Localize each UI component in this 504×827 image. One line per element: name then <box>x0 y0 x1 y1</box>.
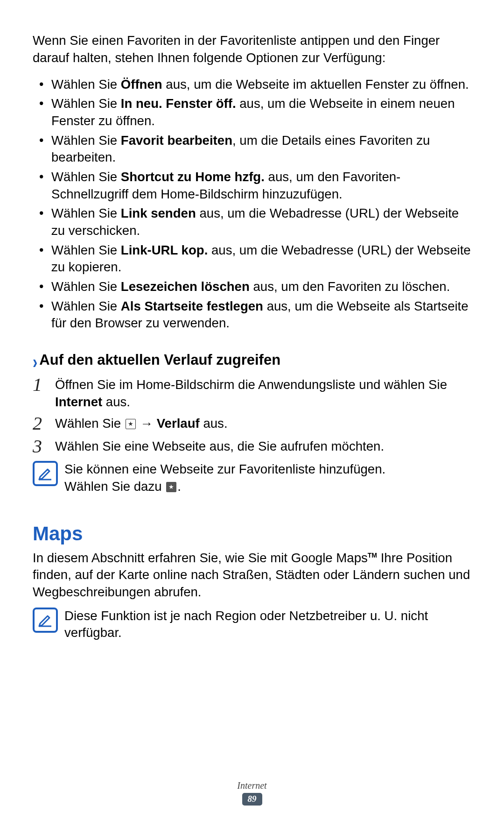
list-item: Wählen Sie Favorit bearbeiten, um die De… <box>42 132 471 166</box>
step-item: 1 Öffnen Sie im Home-Bildschirm die Anwe… <box>33 375 471 410</box>
step-number: 1 <box>33 375 55 395</box>
li-post: aus, um den Favoriten zu löschen. <box>250 279 450 294</box>
li-bold: Öffnen <box>121 77 162 92</box>
footer-page-number: 89 <box>242 793 262 806</box>
subheading: ›Auf den aktuellen Verlauf zugreifen <box>33 352 471 371</box>
step-bold: Internet <box>55 395 102 409</box>
note-text: Diese Funktion ist je nach Region oder N… <box>64 608 471 642</box>
list-item: Wählen Sie Link-URL kop. aus, um die Web… <box>42 242 471 276</box>
step-number: 3 <box>33 437 55 456</box>
step-item: 3 Wählen Sie eine Webseite aus, die Sie … <box>33 437 471 456</box>
chevron-icon: › <box>33 351 37 373</box>
list-item: Wählen Sie Lesezeichen löschen aus, um d… <box>42 278 471 296</box>
note-icon <box>33 461 58 486</box>
step-pre: Öffnen Sie im Home-Bildschirm die Anwend… <box>55 377 447 392</box>
note-text: Sie können eine Webseite zur Favoritenli… <box>64 461 471 495</box>
section-title-maps: Maps <box>33 523 471 545</box>
note-icon <box>33 608 58 633</box>
step-post: aus. <box>200 416 228 431</box>
note-block: Diese Funktion ist je nach Region oder N… <box>33 608 471 642</box>
bookmark-icon <box>126 419 136 429</box>
subheading-text: Auf den aktuellen Verlauf zugreifen <box>39 352 280 368</box>
intro-paragraph: Wenn Sie einen Favoriten in der Favorite… <box>33 32 471 67</box>
page-footer: Internet 89 <box>0 780 504 806</box>
maps-intro: In diesem Abschnitt erfahren Sie, wie Si… <box>33 550 471 601</box>
step-arrow: → <box>137 416 157 431</box>
step-number: 2 <box>33 414 55 433</box>
list-item: Wählen Sie In neu. Fenster öff. aus, um … <box>42 95 471 129</box>
li-bold: Favorit bearbeiten <box>121 133 232 148</box>
li-pre: Wählen Sie <box>51 299 121 313</box>
footer-category: Internet <box>0 780 504 791</box>
li-bold: Link senden <box>121 206 196 220</box>
li-pre: Wählen Sie <box>51 170 121 184</box>
step-post: aus. <box>102 395 130 409</box>
step-item: 2 Wählen Sie → Verlauf aus. <box>33 414 471 433</box>
steps-list: 1 Öffnen Sie im Home-Bildschirm die Anwe… <box>33 375 471 456</box>
li-pre: Wählen Sie <box>51 279 121 294</box>
list-item: Wählen Sie Link senden aus, um die Webad… <box>42 205 471 239</box>
note-block: Sie können eine Webseite zur Favoritenli… <box>33 461 471 495</box>
star-icon <box>166 482 176 492</box>
note-line2b: . <box>177 479 181 494</box>
li-pre: Wählen Sie <box>51 96 121 111</box>
step-body: Öffnen Sie im Home-Bildschirm die Anwend… <box>55 375 471 410</box>
list-item: Wählen Sie Als Startseite festlegen aus,… <box>42 298 471 332</box>
list-item: Wählen Sie Shortcut zu Home hzfg. aus, u… <box>42 169 471 203</box>
trademark: TM <box>368 551 377 558</box>
step-pre: Wählen Sie <box>55 416 125 431</box>
li-bold: Als Startseite festlegen <box>121 299 263 313</box>
note-line2a: Wählen Sie dazu <box>64 479 165 494</box>
li-pre: Wählen Sie <box>51 243 121 257</box>
maps-intro-a: In diesem Abschnitt erfahren Sie, wie Si… <box>33 551 368 565</box>
li-bold: Shortcut zu Home hzfg. <box>121 170 265 184</box>
options-list: Wählen Sie Öffnen aus, um die Webseite i… <box>33 76 471 332</box>
step-body: Wählen Sie → Verlauf aus. <box>55 414 471 432</box>
li-pre: Wählen Sie <box>51 133 121 148</box>
note-line1: Sie können eine Webseite zur Favoritenli… <box>64 462 385 476</box>
manual-page: Wenn Sie einen Favoriten in der Favorite… <box>0 0 504 827</box>
step-body: Wählen Sie eine Webseite aus, die Sie au… <box>55 437 471 455</box>
li-pre: Wählen Sie <box>51 206 121 220</box>
li-pre: Wählen Sie <box>51 77 121 92</box>
li-bold: Link-URL kop. <box>121 243 208 257</box>
list-item: Wählen Sie Öffnen aus, um die Webseite i… <box>42 76 471 93</box>
li-bold: In neu. Fenster öff. <box>121 96 236 111</box>
li-bold: Lesezeichen löschen <box>121 279 250 294</box>
step-bold: Verlauf <box>157 416 200 431</box>
li-post: aus, um die Webseite im aktuellen Fenste… <box>162 77 469 92</box>
